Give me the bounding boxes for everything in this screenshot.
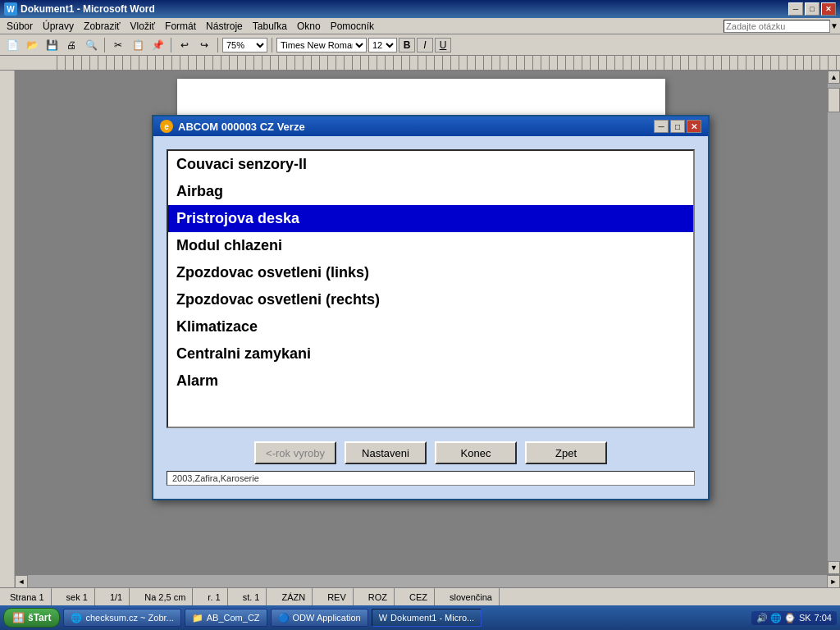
dialog-title-left: e ABCOM 000003 CZ Verze xyxy=(160,120,305,133)
zoom-area: 75% xyxy=(222,38,267,52)
list-item-4[interactable]: Zpozdovac osvetleni (links) xyxy=(168,259,693,286)
rok-vyroby-btn[interactable]: <-rok vyroby xyxy=(254,441,336,464)
window-title: Dokument1 - Microsoft Word xyxy=(21,3,155,15)
word-taskbar-icon: W xyxy=(379,613,387,623)
h-scroll-track[interactable] xyxy=(28,575,827,587)
dialog-maximize-btn[interactable]: □ xyxy=(670,120,685,133)
scroll-left-btn[interactable]: ◄ xyxy=(15,575,28,588)
taskbar-item-odw[interactable]: 🔵 ODW Application xyxy=(271,609,368,627)
list-item-7[interactable]: Centralni zamykani xyxy=(168,340,693,368)
close-button[interactable]: ✕ xyxy=(821,2,836,16)
title-bar-left: W Dokument1 - Microsoft Word xyxy=(4,2,155,16)
dialog-status: 2003,Zafira,Karoserie xyxy=(167,471,695,486)
italic-btn[interactable]: I xyxy=(417,38,433,52)
list-item-8[interactable]: Alarm xyxy=(168,368,693,395)
dialog-title-bar: e ABCOM 000003 CZ Verze ─ □ ✕ xyxy=(153,116,708,136)
dialog-buttons: <-rok vyroby Nastaveni Konec Zpet xyxy=(167,441,695,464)
start-button[interactable]: 🪟 šTart xyxy=(3,608,60,628)
taskbar-item-checksum[interactable]: 🌐 checksum.cz ~ Zobr... xyxy=(63,609,180,627)
scrollbar-horizontal[interactable]: ◄ ► xyxy=(15,574,840,587)
undo-btn[interactable]: ↩ xyxy=(176,37,194,53)
sep2 xyxy=(171,38,171,52)
dialog-title-buttons: ─ □ ✕ xyxy=(654,120,701,133)
status-text: 2003,Zafira,Karoserie xyxy=(172,473,259,483)
open-btn[interactable]: 📂 xyxy=(23,37,41,53)
menu-nastroje[interactable]: Nástroje xyxy=(201,19,248,34)
search-input[interactable] xyxy=(724,20,830,33)
search-arrow-icon[interactable]: ▼ xyxy=(830,21,838,30)
list-box[interactable]: Couvaci senzory-ll Airbag Pristrojova de… xyxy=(167,149,695,428)
dialog-app-icon: e xyxy=(160,120,173,133)
status-bar: Strana 1 sek 1 1/1 Na 2,5 cm r. 1 st. 1 … xyxy=(0,587,840,605)
sep3 xyxy=(217,38,218,52)
underline-btn[interactable]: U xyxy=(435,38,451,52)
odw-icon: 🔵 xyxy=(278,613,290,623)
taskbar-item-abcom[interactable]: 📁 AB_Com_CZ xyxy=(185,609,267,627)
status-mode2: REV xyxy=(321,588,354,605)
scroll-track[interactable] xyxy=(828,84,840,561)
abcom-label: AB_Com_CZ xyxy=(207,613,260,623)
dialog-title-text: ABCOM 000003 CZ Verze xyxy=(178,121,305,133)
scroll-up-btn[interactable]: ▲ xyxy=(828,71,840,84)
print-btn[interactable]: 🖨 xyxy=(62,37,80,53)
list-item-2[interactable]: Pristrojova deska xyxy=(168,205,693,232)
title-bar-buttons: ─ □ ✕ xyxy=(788,2,836,16)
menu-upravy[interactable]: Úpravy xyxy=(38,19,79,34)
menu-okno[interactable]: Okno xyxy=(292,19,326,34)
menu-subor[interactable]: Súbor xyxy=(2,19,38,34)
status-language: slovenčina xyxy=(443,588,500,605)
system-tray: 🔊 🌐 ⌚ SK 7:04 xyxy=(751,611,837,625)
save-btn[interactable]: 💾 xyxy=(43,37,61,53)
menu-vlozit[interactable]: Vložiť xyxy=(126,19,161,34)
menu-format[interactable]: Formát xyxy=(160,19,201,34)
dialog-close-btn[interactable]: ✕ xyxy=(687,120,701,133)
list-item-5[interactable]: Zpozdovac osvetleni (rechts) xyxy=(168,286,693,313)
bold-btn[interactable]: B xyxy=(399,38,415,52)
cut-btn[interactable]: ✂ xyxy=(109,37,127,53)
scroll-down-btn[interactable]: ▼ xyxy=(828,561,840,574)
new-btn[interactable]: 📄 xyxy=(3,37,21,53)
status-position: Na 2,5 cm xyxy=(138,588,193,605)
search-box: ▼ xyxy=(724,20,838,33)
font-select[interactable]: Times New Roman xyxy=(276,38,367,52)
scroll-thumb[interactable] xyxy=(828,88,840,112)
zoom-select[interactable]: 75% xyxy=(222,38,267,52)
dialog-body: Couvaci senzory-ll Airbag Pristrojova de… xyxy=(153,136,708,499)
tray-icons: 🔊 🌐 ⌚ xyxy=(756,613,796,623)
list-item-1[interactable]: Airbag xyxy=(168,178,693,205)
zpet-btn[interactable]: Zpet xyxy=(525,441,607,464)
abcom-icon: 📁 xyxy=(192,613,203,623)
checksum-icon: 🌐 xyxy=(71,613,82,623)
status-section: sek 1 xyxy=(60,588,95,605)
title-bar: W Dokument1 - Microsoft Word ─ □ ✕ xyxy=(0,0,840,18)
status-column: st. 1 xyxy=(236,588,267,605)
tray-lang: SK xyxy=(799,613,811,623)
minimize-button[interactable]: ─ xyxy=(788,2,803,16)
word-taskbar-label: Dokument1 - Micro... xyxy=(390,613,474,623)
status-pages: 1/1 xyxy=(103,588,130,605)
menu-pomocnik[interactable]: Pomocník xyxy=(326,19,379,34)
font-size-select[interactable]: 12 xyxy=(368,38,397,52)
scroll-right-btn[interactable]: ► xyxy=(827,575,840,588)
redo-btn[interactable]: ↪ xyxy=(195,37,213,53)
scrollbar-vertical[interactable]: ▲ ▼ xyxy=(827,71,840,574)
list-item-6[interactable]: Klimatizace xyxy=(168,313,693,340)
dialog-minimize-btn[interactable]: ─ xyxy=(654,120,669,133)
menu-tabulka[interactable]: Tabuľka xyxy=(248,19,292,34)
paste-btn[interactable]: 📌 xyxy=(148,37,167,53)
copy-btn[interactable]: 📋 xyxy=(129,37,147,53)
taskbar-item-word[interactable]: W Dokument1 - Micro... xyxy=(372,609,482,627)
menu-zobrazit[interactable]: Zobraziť xyxy=(79,19,126,34)
list-item-3[interactable]: Modul chlazeni xyxy=(168,232,693,259)
toolbar: 📄 📂 💾 🖨 🔍 ✂ 📋 📌 ↩ ↪ 75% Times New Roman … xyxy=(0,34,840,56)
tray-time: 7:04 xyxy=(815,613,832,623)
nastaveni-btn[interactable]: Nastaveni xyxy=(345,441,427,464)
taskbar-right: 🔊 🌐 ⌚ SK 7:04 xyxy=(751,611,837,625)
dialog-abcom: e ABCOM 000003 CZ Verze ─ □ ✕ Couvaci se… xyxy=(152,115,710,500)
word-icon: W xyxy=(4,2,17,16)
list-item-0[interactable]: Couvaci senzory-ll xyxy=(168,151,693,178)
maximize-button[interactable]: □ xyxy=(805,2,819,16)
preview-btn[interactable]: 🔍 xyxy=(82,37,100,53)
menu-bar: Súbor Úpravy Zobraziť Vložiť Formát Nást… xyxy=(0,18,840,34)
konec-btn[interactable]: Konec xyxy=(435,441,517,464)
